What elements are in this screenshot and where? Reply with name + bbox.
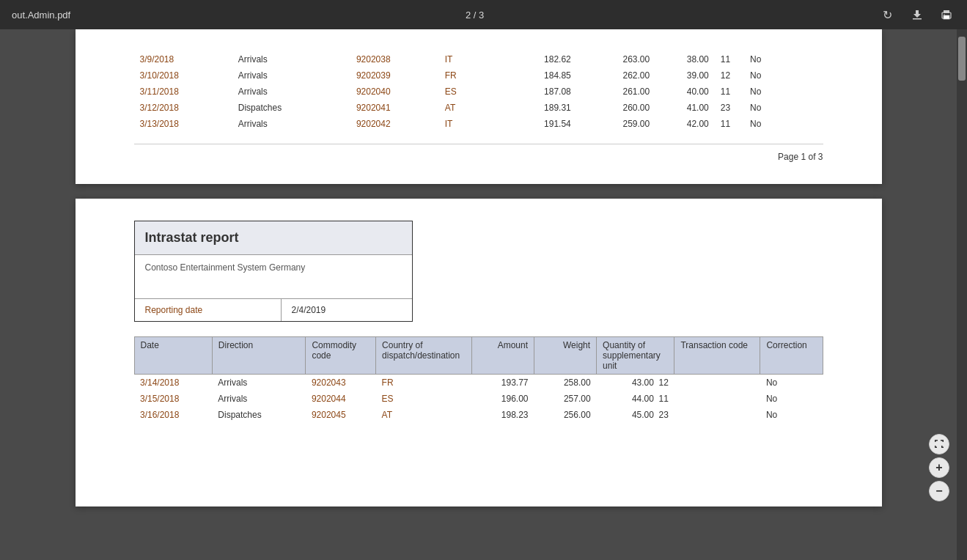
- refresh-icon[interactable]: ↻: [879, 6, 897, 23]
- cell-trans: 11: [715, 84, 744, 100]
- cell-country: ES: [376, 391, 472, 407]
- report-company: Contoso Entertainment System Germany: [135, 255, 412, 299]
- header-correction: Correction: [760, 337, 823, 375]
- cell-country: AT: [376, 407, 472, 423]
- header-date: Date: [134, 337, 212, 375]
- cell-amount: 182.62: [498, 51, 576, 67]
- cell-country: IT: [439, 116, 499, 132]
- report-header: Intrastat report Contoso Entertainment S…: [134, 221, 413, 322]
- cell-correction: No: [744, 67, 823, 84]
- cell-trans: 23: [715, 100, 744, 116]
- print-icon[interactable]: [938, 6, 955, 23]
- cell-weight: 256.00: [534, 407, 597, 423]
- header-transaction: Transaction code: [674, 337, 760, 375]
- cell-amount: 187.08: [498, 84, 576, 100]
- cell-qty: 40.00: [655, 84, 715, 100]
- cell-direction: Arrivals: [232, 84, 350, 100]
- cell-qty: 38.00: [655, 51, 715, 67]
- cell-date: 3/15/2018: [134, 391, 212, 407]
- cell-direction: Dispatches: [212, 407, 306, 423]
- cell-commodity: 9202044: [306, 391, 376, 407]
- cell-trans: 11: [715, 116, 744, 132]
- cell-country: FR: [376, 375, 472, 391]
- cell-weight: 258.00: [534, 375, 597, 391]
- toolbar: out.Admin.pdf 2 / 3 ↻: [0, 0, 967, 29]
- page-indicator: 2 / 3: [466, 10, 484, 21]
- cell-direction: Arrivals: [232, 116, 350, 132]
- cell-qty: 45.00 23: [597, 407, 674, 423]
- svg-rect-2: [944, 10, 949, 13]
- download-icon[interactable]: [908, 6, 926, 23]
- page1-table: 3/9/2018 Arrivals 9202038 IT 182.62 263.…: [134, 51, 823, 132]
- page-2: Intrastat report Contoso Entertainment S…: [76, 199, 882, 506]
- table-row: 3/13/2018 Arrivals 9202042 IT 191.54 259…: [134, 116, 823, 132]
- cell-amount: 198.23: [471, 407, 534, 423]
- cell-direction: Arrivals: [232, 51, 350, 67]
- cell-trans: [674, 375, 760, 391]
- cell-date: 3/10/2018: [134, 67, 232, 84]
- scrollbar-track[interactable]: [957, 29, 967, 560]
- cell-amount: 191.54: [498, 116, 576, 132]
- cell-trans: 12: [715, 67, 744, 84]
- cell-trans: 11: [715, 51, 744, 67]
- svg-point-4: [944, 14, 945, 15]
- header-weight: Weight: [534, 337, 597, 375]
- report-date-row: Reporting date 2/4/2019: [135, 299, 412, 321]
- cell-correction: No: [760, 407, 823, 423]
- header-commodity: Commodity code: [306, 337, 376, 375]
- cell-country: ES: [439, 84, 499, 100]
- reporting-date-label: Reporting date: [135, 299, 282, 321]
- cell-commodity: 9202041: [350, 100, 439, 116]
- scrollbar-thumb[interactable]: [958, 37, 966, 81]
- cell-correction: No: [760, 391, 823, 407]
- page-1: 3/9/2018 Arrivals 9202038 IT 182.62 263.…: [76, 29, 882, 184]
- cell-qty: 42.00: [655, 116, 715, 132]
- cell-amount: 189.31: [498, 100, 576, 116]
- table-row: 3/10/2018 Arrivals 9202039 FR 184.85 262…: [134, 67, 823, 84]
- cell-weight: 262.00: [577, 67, 655, 84]
- cell-commodity: 9202045: [306, 407, 376, 423]
- cell-qty: 43.00 12: [597, 375, 674, 391]
- cell-weight: 260.00: [577, 100, 655, 116]
- cell-amount: 193.77: [471, 375, 534, 391]
- cell-country: IT: [439, 51, 499, 67]
- cell-correction: No: [760, 375, 823, 391]
- cell-trans: [674, 407, 760, 423]
- zoom-in-button[interactable]: +: [929, 457, 949, 478]
- cell-commodity: 9202042: [350, 116, 439, 132]
- header-qty: Quantity of supplementary unit: [597, 337, 674, 375]
- cell-correction: No: [744, 100, 823, 116]
- header-country: Country of dispatch/destination: [376, 337, 472, 375]
- cell-direction: Arrivals: [232, 67, 350, 84]
- cell-trans: [674, 391, 760, 407]
- table-header-row: Date Direction Commodity code Country of…: [134, 337, 823, 375]
- report-title: Intrastat report: [135, 221, 412, 255]
- cell-qty: 41.00: [655, 100, 715, 116]
- cell-commodity: 9202039: [350, 67, 439, 84]
- zoom-controls: + −: [929, 434, 949, 501]
- header-amount: Amount: [471, 337, 534, 375]
- cell-qty: 39.00: [655, 67, 715, 84]
- cell-date: 3/16/2018: [134, 407, 212, 423]
- cell-date: 3/14/2018: [134, 375, 212, 391]
- cell-date: 3/11/2018: [134, 84, 232, 100]
- filename-label: out.Admin.pdf: [12, 10, 70, 21]
- cell-commodity: 9202038: [350, 51, 439, 67]
- fit-zoom-button[interactable]: [929, 434, 949, 454]
- cell-date: 3/9/2018: [134, 51, 232, 67]
- zoom-out-button[interactable]: −: [929, 481, 949, 501]
- table-row: 3/14/2018 Arrivals 9202043 FR 193.77 258…: [134, 375, 823, 391]
- table-row: 3/16/2018 Dispatches 9202045 AT 198.23 2…: [134, 407, 823, 423]
- cell-weight: 263.00: [577, 51, 655, 67]
- cell-amount: 184.85: [498, 67, 576, 84]
- reporting-date-value: 2/4/2019: [282, 299, 337, 321]
- page1-footer: Page 1 of 3: [134, 144, 823, 162]
- cell-country: AT: [439, 100, 499, 116]
- cell-date: 3/13/2018: [134, 116, 232, 132]
- cell-country: FR: [439, 67, 499, 84]
- toolbar-actions: ↻: [879, 6, 955, 23]
- cell-correction: No: [744, 84, 823, 100]
- table-row: 3/11/2018 Arrivals 9202040 ES 187.08 261…: [134, 84, 823, 100]
- cell-direction: Arrivals: [212, 391, 306, 407]
- header-direction: Direction: [212, 337, 306, 375]
